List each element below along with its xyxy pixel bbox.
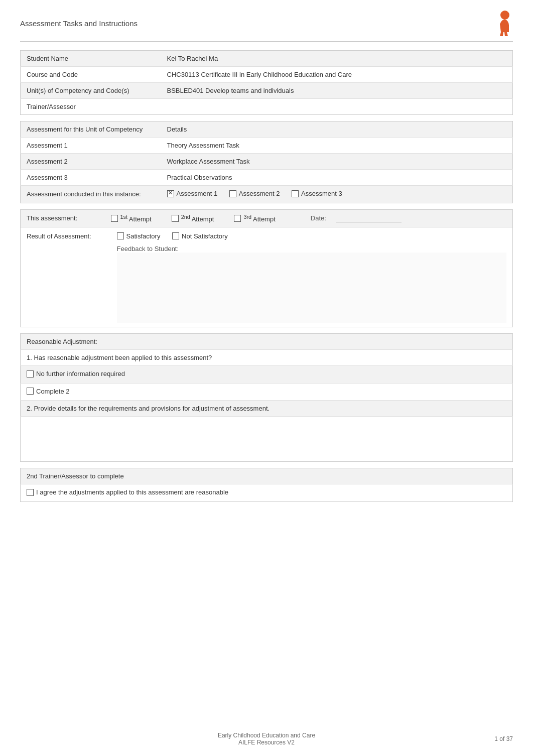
date-value: [336, 214, 402, 222]
assessment-heading-label: Assessment for this Unit of Competency: [21, 121, 161, 138]
attempt-label: This assessment:: [21, 209, 111, 227]
attempt1-item: 1st Attempt: [111, 214, 152, 223]
ra-q1: 1. Has reasonable adjustment been applie…: [21, 350, 513, 366]
attempt3-item: 3rd Attempt: [234, 214, 275, 223]
result-label: Result of Assessment:: [21, 227, 111, 327]
attempt3-checkbox[interactable]: [234, 215, 241, 222]
conducted-a3-checkbox[interactable]: [292, 190, 299, 197]
ra-no-checkbox[interactable]: [27, 370, 34, 377]
conducted-a2-checkbox[interactable]: [229, 190, 236, 197]
assessment-heading-detail: Details: [161, 121, 513, 138]
page-title: Assessment Tasks and Instructions: [20, 19, 138, 28]
feedback-label: Feedback to Student:: [117, 245, 507, 253]
ra-yes-item: Complete 2: [27, 388, 69, 395]
conducted-a1-label: Assessment 1: [177, 190, 218, 197]
conducted-a2-label: Assessment 2: [239, 190, 280, 197]
conducted-a1-item: Assessment 1: [167, 190, 218, 197]
trainer2-agree-label: I agree the adjustments applied to this …: [36, 488, 228, 496]
result-checkboxes: Satisfactory Not Satisfactory: [117, 232, 507, 241]
feedback-area: [117, 253, 507, 323]
trainer2-agree: I agree the adjustments applied to this …: [21, 484, 513, 502]
satisfactory-label: Satisfactory: [126, 232, 161, 240]
ra-yes-label: Complete 2: [36, 388, 69, 395]
course-value: CHC30113 Certificate III in Early Childh…: [161, 67, 513, 83]
unit-value: BSBLED401 Develop teams and individuals: [161, 83, 513, 99]
a1-label: Assessment 1: [21, 138, 161, 154]
student-name-value: Kei To Rachel Ma: [161, 51, 513, 67]
attempt-table: This assessment: 1st Attempt 2nd Attempt…: [20, 209, 513, 227]
footer-page: 1 of 37: [483, 735, 513, 742]
conducted-a1-checkbox[interactable]: [167, 190, 174, 197]
ra-heading: Reasonable Adjustment:: [21, 334, 513, 350]
trainer2-agree-checkbox[interactable]: [27, 489, 34, 496]
reasonable-adjustment-table: Reasonable Adjustment: 1. Has reasonable…: [20, 333, 513, 462]
page-header: Assessment Tasks and Instructions: [20, 10, 513, 42]
a2-value: Workplace Assessment Task: [161, 154, 513, 170]
assessment-details-table: Assessment for this Unit of Competency D…: [20, 121, 513, 203]
trainer2-table: 2nd Trainer/Assessor to complete I agree…: [20, 468, 513, 502]
conducted-a3-label: Assessment 3: [301, 190, 342, 197]
a1-value: Theory Assessment Task: [161, 138, 513, 154]
ra-detail-area: [21, 417, 513, 462]
ra-no-option: No further information required: [21, 366, 513, 384]
ra-yes-checkbox[interactable]: [27, 388, 34, 395]
attempt2-checkbox[interactable]: [172, 215, 179, 222]
attempt2-item: 2nd Attempt: [172, 214, 214, 223]
unit-label: Unit(s) of Competency and Code(s): [21, 83, 161, 99]
page-wrapper: Assessment Tasks and Instructions Studen…: [0, 0, 533, 756]
attempt-options: 1st Attempt 2nd Attempt 3rd Attempt Date…: [111, 210, 513, 227]
conducted-a2-item: Assessment 2: [229, 190, 280, 197]
logo-icon: [487, 10, 513, 36]
trainer2-agree-item: I agree the adjustments applied to this …: [27, 488, 228, 496]
attempt2-label: 2nd Attempt: [181, 214, 214, 223]
course-label: Course and Code: [21, 67, 161, 83]
student-info-table: Student Name Kei To Rachel Ma Course and…: [20, 50, 513, 115]
ra-no-item: No further information required: [27, 370, 125, 377]
attempt1-checkbox[interactable]: [111, 215, 118, 222]
date-label: Date:: [311, 214, 326, 222]
result-options-cell: Satisfactory Not Satisfactory Feedback t…: [111, 227, 513, 327]
footer-line1: Early Childhood Education and Care: [50, 732, 483, 739]
ra-yes-option: Complete 2: [21, 383, 513, 401]
a3-value: Practical Observations: [161, 170, 513, 186]
attempt1-label: 1st Attempt: [120, 214, 152, 223]
page-footer: Early Childhood Education and Care AILFE…: [0, 732, 533, 746]
result-table: Result of Assessment: Satisfactory Not S…: [20, 227, 513, 328]
ra-no-label: No further information required: [36, 370, 125, 377]
result-of-assessment-label: Result of Assessment:: [27, 232, 91, 240]
student-name-label: Student Name: [21, 51, 161, 67]
conducted-a3-item: Assessment 3: [292, 190, 342, 197]
trainer-value: [161, 99, 513, 115]
footer-line2: AILFE Resources V2: [50, 739, 483, 746]
trainer-label: Trainer/Assessor: [21, 99, 161, 115]
satisfactory-checkbox[interactable]: [117, 232, 124, 239]
footer-center: Early Childhood Education and Care AILFE…: [50, 732, 483, 746]
satisfactory-item: Satisfactory: [117, 232, 161, 240]
conducted-label: Assessment conducted in this instance:: [21, 186, 161, 203]
not-satisfactory-label: Not Satisfactory: [182, 232, 228, 240]
attempt3-label: 3rd Attempt: [243, 214, 275, 223]
svg-point-0: [500, 11, 509, 20]
trainer2-heading: 2nd Trainer/Assessor to complete: [21, 468, 513, 484]
a3-label: Assessment 3: [21, 170, 161, 186]
a2-label: Assessment 2: [21, 154, 161, 170]
conducted-values: Assessment 1 Assessment 2 Assessment 3: [161, 186, 513, 203]
ra-q2: 2. Provide details for the requirements …: [21, 401, 513, 417]
not-satisfactory-checkbox[interactable]: [172, 232, 179, 239]
not-satisfactory-item: Not Satisfactory: [172, 232, 228, 240]
